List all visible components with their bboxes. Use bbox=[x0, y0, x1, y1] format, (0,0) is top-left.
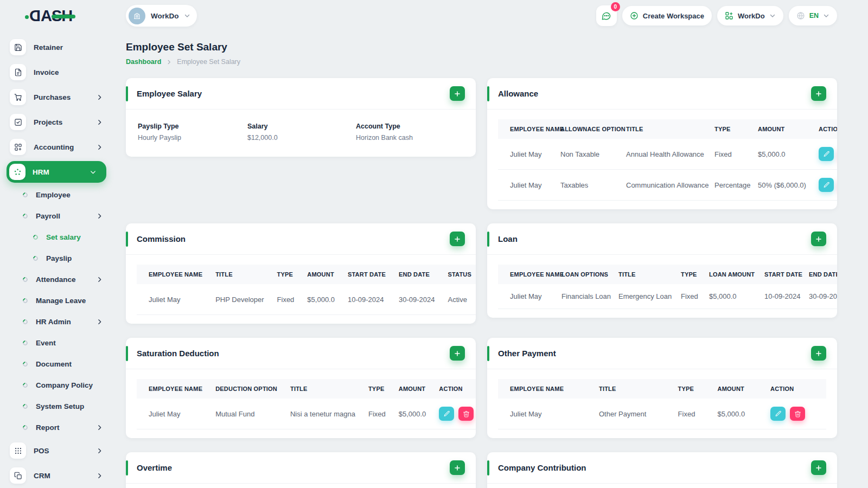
pencil-icon bbox=[775, 410, 782, 418]
sidebar-item-event[interactable]: Event bbox=[7, 332, 106, 354]
bullet-icon bbox=[22, 318, 29, 325]
column-header: DEDUCTION OPTION bbox=[209, 379, 284, 399]
bullet-icon bbox=[22, 276, 29, 283]
sidebar-item-label: Report bbox=[36, 423, 60, 432]
sidebar-item-set-salary-active[interactable]: Set salary bbox=[7, 227, 106, 248]
accent-bar bbox=[126, 86, 128, 101]
allowance-table: EMPLOYEE NAME ALLOWNACE OPTION TITLE TYP… bbox=[498, 119, 837, 201]
sidebar-item-hr-admin[interactable]: HR Admin bbox=[7, 311, 106, 332]
accent-bar bbox=[126, 232, 128, 247]
cell-amount: $5,000.0 bbox=[751, 139, 812, 170]
sidebar-item-manage-leave[interactable]: Manage Leave bbox=[7, 290, 106, 311]
messages-button[interactable]: 0 bbox=[596, 5, 617, 26]
grid-plus-icon bbox=[10, 139, 26, 155]
column-header: AMOUNT bbox=[751, 119, 812, 139]
language-selector[interactable]: EN bbox=[789, 6, 837, 25]
add-allowance-button[interactable] bbox=[811, 86, 826, 101]
sidebar-item-purchases[interactable]: Purchases bbox=[7, 85, 106, 110]
chevron-down-icon bbox=[823, 12, 829, 19]
accent-bar bbox=[487, 232, 489, 247]
create-workspace-button[interactable]: Create Workspace bbox=[622, 6, 712, 25]
chevron-right-icon bbox=[96, 144, 103, 151]
edit-button[interactable] bbox=[819, 178, 834, 192]
plus-icon bbox=[815, 464, 822, 472]
column-header: ACTION bbox=[764, 379, 826, 399]
add-company-contribution-button[interactable] bbox=[811, 460, 826, 475]
cell-loan-amount: $5,000.0 bbox=[703, 284, 758, 309]
sidebar-item-invoice[interactable]: Invoice bbox=[7, 60, 106, 85]
column-header: EMPLOYEE NAME bbox=[498, 265, 555, 284]
sidebar-item-projects[interactable]: Projects bbox=[7, 110, 106, 134]
card-header: Company Contribution bbox=[487, 452, 837, 484]
add-overtime-button[interactable] bbox=[450, 460, 465, 475]
column-header: AMOUNT bbox=[392, 379, 433, 399]
sidebar-item-payslip[interactable]: Payslip bbox=[7, 248, 106, 269]
sidebar-item-document[interactable]: Document bbox=[7, 354, 106, 375]
plus-icon bbox=[815, 235, 822, 243]
salary-field: Payslip Type Hourly Payslip bbox=[138, 123, 247, 142]
bullet-icon bbox=[22, 339, 29, 346]
sidebar-item-company-policy[interactable]: Company Policy bbox=[7, 375, 106, 396]
cell-amount: $5,000.0 bbox=[301, 284, 341, 315]
cell-employee-name: Juliet May bbox=[137, 284, 209, 315]
sidebar-item-pos[interactable]: POS bbox=[7, 438, 106, 463]
add-commission-button[interactable] bbox=[450, 232, 465, 246]
sidebar-item-label: Attendance bbox=[36, 275, 76, 284]
card-header: Overtime bbox=[126, 452, 476, 484]
sidebar-item-label: Company Policy bbox=[36, 381, 93, 389]
delete-button[interactable] bbox=[790, 407, 805, 421]
workspace-menu-button[interactable]: WorkDo bbox=[717, 6, 783, 25]
cell-type: Fixed bbox=[672, 399, 711, 429]
sidebar-item-employee[interactable]: Employee bbox=[7, 184, 106, 206]
edit-button[interactable] bbox=[439, 407, 454, 421]
plus-icon bbox=[454, 350, 461, 357]
add-employee-salary-button[interactable] bbox=[450, 86, 465, 101]
cell-amount: 50% ($6,000.0) bbox=[751, 170, 812, 201]
card-header: Saturation Deduction bbox=[126, 338, 476, 369]
salary-field: Salary $12,000.0 bbox=[247, 123, 356, 142]
column-header: LOAN OPTIONS bbox=[555, 265, 612, 284]
add-loan-button[interactable] bbox=[811, 232, 826, 246]
cell-type: Percentage bbox=[708, 170, 751, 201]
field-value: $12,000.0 bbox=[247, 134, 356, 142]
edit-button[interactable] bbox=[770, 407, 786, 421]
sidebar-item-accounting[interactable]: Accounting bbox=[7, 134, 106, 159]
sidebar: DASH Retainer Invoice Purchases Projects bbox=[0, 0, 114, 488]
cards-grid: Employee Salary Payslip Type Hourly Pays… bbox=[126, 78, 837, 488]
sidebar-item-retainer[interactable]: Retainer bbox=[7, 35, 106, 60]
add-other-payment-button[interactable] bbox=[811, 346, 826, 361]
add-saturation-deduction-button[interactable] bbox=[450, 346, 465, 361]
cell-title: Nisi a tenetur magna bbox=[284, 399, 362, 429]
sidebar-item-attendance[interactable]: Attendance bbox=[7, 269, 106, 290]
column-header: TITLE bbox=[592, 379, 672, 399]
edit-button[interactable] bbox=[819, 147, 834, 161]
cell-action bbox=[812, 170, 837, 201]
breadcrumb-dashboard-link[interactable]: Dashboard bbox=[126, 58, 161, 66]
grid-plus-icon bbox=[725, 11, 733, 20]
sidebar-item-crm[interactable]: CRM bbox=[7, 463, 106, 488]
column-header: EMPLOYEE NAME bbox=[137, 265, 209, 284]
sidebar-item-label: HR Admin bbox=[36, 318, 71, 326]
column-header: ALLOWNACE OPTION bbox=[554, 119, 620, 139]
bullet-icon bbox=[22, 297, 29, 304]
accent-bar bbox=[126, 346, 128, 361]
sidebar-item-report[interactable]: Report bbox=[7, 417, 106, 438]
card-header: Employee Salary bbox=[126, 78, 476, 110]
sidebar-item-payroll[interactable]: Payroll bbox=[7, 206, 106, 227]
table-header-row: EMPLOYEE NAME TITLE TYPE AMOUNT START DA… bbox=[137, 265, 476, 284]
workspace-selector[interactable]: WorkDo bbox=[126, 5, 197, 27]
cell-action bbox=[812, 139, 837, 170]
cell-action bbox=[764, 399, 826, 429]
save-icon bbox=[10, 39, 26, 55]
cell-title: Emergency Loan bbox=[612, 284, 674, 309]
sidebar-item-system-setup[interactable]: System Setup bbox=[7, 396, 106, 417]
sidebar-item-label: Manage Leave bbox=[36, 297, 86, 305]
dash-logo[interactable]: DASH bbox=[30, 8, 72, 24]
logo-letter: A bbox=[41, 8, 52, 24]
chat-bubble-icon bbox=[601, 11, 611, 21]
delete-button[interactable] bbox=[458, 407, 474, 421]
column-header: AMOUNT bbox=[301, 265, 341, 284]
cell-end-date: 30-09-2024 bbox=[392, 284, 442, 315]
check-square-icon bbox=[10, 114, 26, 130]
sidebar-item-hrm-active[interactable]: HRM bbox=[7, 161, 106, 183]
